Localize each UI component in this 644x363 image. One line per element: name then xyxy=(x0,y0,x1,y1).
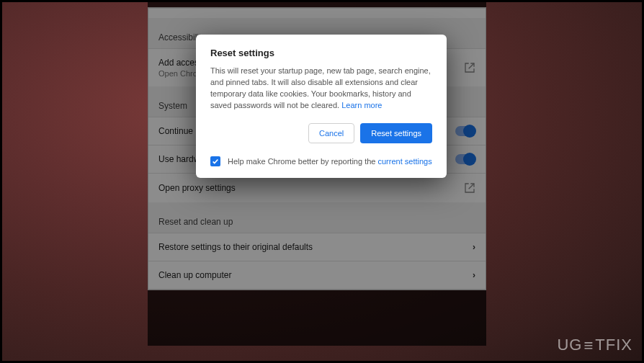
report-label-text: Help make Chrome better by reporting the xyxy=(228,157,378,166)
dialog-body: This will reset your startup page, new t… xyxy=(210,66,432,112)
dialog-body-text: This will reset your startup page, new t… xyxy=(210,66,431,109)
watermark-post: TFIX xyxy=(595,336,632,354)
reset-settings-button[interactable]: Reset settings xyxy=(360,123,432,143)
reset-settings-dialog: Reset settings This will reset your star… xyxy=(196,35,447,178)
cancel-button[interactable]: Cancel xyxy=(308,123,354,143)
watermark-pre: UG xyxy=(557,336,582,354)
dialog-title: Reset settings xyxy=(210,48,432,58)
report-label: Help make Chrome better by reporting the… xyxy=(228,157,432,166)
learn-more-link[interactable]: Learn more xyxy=(341,101,382,109)
dialog-button-row: Cancel Reset settings xyxy=(210,123,432,143)
current-settings-link[interactable]: current settings xyxy=(378,157,432,166)
report-settings-row: Help make Chrome better by reporting the… xyxy=(210,156,432,166)
watermark: UG≡TFIX xyxy=(557,336,632,354)
report-checkbox[interactable] xyxy=(210,156,220,166)
watermark-glyph-icon: ≡ xyxy=(583,336,594,355)
